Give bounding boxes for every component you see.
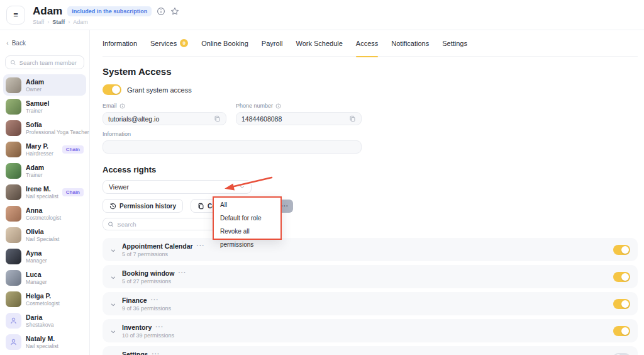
permission-group-inventory[interactable]: Inventory ··· 10 of 39 permissions xyxy=(103,319,638,342)
person-icon xyxy=(9,317,18,325)
copy-icon[interactable] xyxy=(214,115,221,122)
chevron-down-icon[interactable] xyxy=(110,301,116,308)
member-role: Nail Specialist xyxy=(26,236,59,242)
tab-services[interactable]: Services 0 xyxy=(150,30,188,57)
group-more-icon[interactable]: ··· xyxy=(151,296,159,303)
member-name: Nataly M. xyxy=(26,335,58,342)
information-field[interactable] xyxy=(108,144,356,151)
copy-icon xyxy=(197,203,204,210)
member-item-irene-m[interactable]: Irene M. Nail specialist Chain xyxy=(3,181,86,203)
breadcrumb-item[interactable]: Staff xyxy=(33,19,44,25)
copy-icon[interactable] xyxy=(349,115,356,122)
tab-settings[interactable]: Settings xyxy=(442,30,467,57)
tab-information[interactable]: Information xyxy=(103,30,137,57)
member-item-ayna[interactable]: Ayna Manager xyxy=(3,245,86,267)
group-title: Appointment Calendar xyxy=(122,242,193,250)
permission-history-button[interactable]: Permission history xyxy=(103,199,183,213)
permission-group-booking-window[interactable]: Booking window ··· 5 of 27 permissions xyxy=(103,265,638,288)
member-item-luca[interactable]: Luca Manager xyxy=(3,267,86,288)
back-label: Back xyxy=(12,40,26,47)
email-label: Email xyxy=(103,103,117,109)
member-item-daria[interactable]: Daria Shestakova xyxy=(3,310,86,331)
avatar xyxy=(6,270,21,286)
avatar xyxy=(6,249,21,264)
chevron-down-icon xyxy=(239,184,245,190)
group-more-icon[interactable]: ··· xyxy=(197,242,205,249)
email-field[interactable] xyxy=(108,115,214,123)
member-name: Olivia xyxy=(26,228,59,235)
tab-payroll[interactable]: Payroll xyxy=(262,30,283,57)
member-item-sofia[interactable]: Sofía Professional Yoga Teacher xyxy=(3,117,86,138)
tab-work-schedule[interactable]: Work Schedule xyxy=(296,30,342,57)
member-role: Shestakova xyxy=(26,322,53,328)
group-toggle[interactable] xyxy=(613,272,630,282)
member-role: Nail specialist xyxy=(26,343,58,349)
avatar-placeholder xyxy=(6,313,21,329)
role-select[interactable]: Viewer xyxy=(103,180,252,194)
phone-field[interactable] xyxy=(242,115,349,123)
title-block: Adam Included in the subscription Staff … xyxy=(33,5,179,25)
permission-group-appointment-calendar[interactable]: Appointment Calendar ··· 5 of 7 permissi… xyxy=(103,238,638,261)
breadcrumb-item[interactable]: Staff xyxy=(52,19,65,25)
member-item-olivia[interactable]: Olivia Nail Specialist xyxy=(3,224,86,245)
group-more-icon[interactable]: ··· xyxy=(178,269,186,276)
group-title: Finance xyxy=(122,296,147,304)
member-role: Costmetologist xyxy=(26,215,61,221)
member-name: Adam xyxy=(26,78,44,86)
services-count-badge: 0 xyxy=(180,39,188,47)
info-icon xyxy=(275,103,281,109)
group-toggle[interactable] xyxy=(613,353,630,355)
grant-system-access-label: Grant system access xyxy=(127,86,192,94)
avatar xyxy=(6,206,21,222)
menu-item-all[interactable]: All xyxy=(214,198,280,211)
group-toggle[interactable] xyxy=(613,326,630,336)
member-item-samuel[interactable]: Samuel Trainer xyxy=(3,96,86,117)
team-search-input[interactable] xyxy=(19,59,79,66)
person-icon xyxy=(9,338,18,346)
menu-item-revoke-all-permissions[interactable]: Revoke all permissions xyxy=(214,225,280,238)
chevron-down-icon[interactable] xyxy=(110,247,116,254)
member-item-anna[interactable]: Anna Costmetologist xyxy=(3,203,86,224)
member-name: Daria xyxy=(26,313,53,321)
grant-system-access-toggle[interactable] xyxy=(103,84,121,95)
permission-group-settings[interactable]: Settings ··· 0 of 35 permissions xyxy=(103,346,638,355)
hamburger-menu-button[interactable]: ≡ xyxy=(6,6,25,25)
avatar xyxy=(6,163,21,179)
member-name: Mary P. xyxy=(26,142,53,150)
tab-notifications[interactable]: Notifications xyxy=(391,30,429,57)
chevron-down-icon[interactable] xyxy=(110,274,116,281)
menu-item-default-for-role[interactable]: Default for role xyxy=(214,211,280,225)
member-item-helga-p[interactable]: Helga P. Cosmetologist xyxy=(3,288,86,310)
member-item-nataly-m[interactable]: Nataly M. Nail specialist xyxy=(3,331,86,352)
back-link[interactable]: ‹ Back xyxy=(0,37,89,49)
more-options-menu: All Default for role Revoke all permissi… xyxy=(213,196,282,240)
member-item-mary-p[interactable]: Mary P. Hairdresser Chain xyxy=(3,138,86,160)
member-name: Sofía xyxy=(26,121,84,128)
subscription-badge: Included in the subscription xyxy=(67,6,152,16)
avatar xyxy=(6,120,21,136)
group-more-icon[interactable]: ··· xyxy=(155,324,164,330)
page: ≡ Adam Included in the subscription Staf… xyxy=(0,0,644,355)
member-item-adam-owner[interactable]: Adam Owner xyxy=(3,74,86,96)
group-count: 10 of 39 permissions xyxy=(122,332,608,339)
group-title: Inventory xyxy=(122,324,152,331)
tab-online-booking[interactable]: Online Booking xyxy=(201,30,248,57)
member-item-adam-trainer[interactable]: Adam Trainer xyxy=(3,160,86,181)
team-search-field[interactable] xyxy=(5,55,84,69)
chevron-down-icon[interactable] xyxy=(110,329,116,335)
member-name: Irene M. xyxy=(26,185,58,193)
breadcrumb-item: Adam xyxy=(73,19,88,25)
group-toggle[interactable] xyxy=(613,245,630,255)
group-toggle[interactable] xyxy=(613,299,630,309)
info-icon[interactable] xyxy=(157,7,165,16)
phone-label: Phone number xyxy=(236,103,273,109)
information-label: Information xyxy=(103,131,131,137)
member-name: Samuel xyxy=(26,99,49,107)
permission-group-finance[interactable]: Finance ··· 9 of 36 permissions xyxy=(103,292,638,315)
group-count: 9 of 36 permissions xyxy=(122,305,608,312)
avatar-placeholder xyxy=(6,334,21,350)
history-icon xyxy=(109,203,116,210)
group-more-icon[interactable]: ··· xyxy=(152,351,160,355)
star-icon[interactable] xyxy=(170,7,179,16)
tab-access[interactable]: Access xyxy=(356,30,378,57)
